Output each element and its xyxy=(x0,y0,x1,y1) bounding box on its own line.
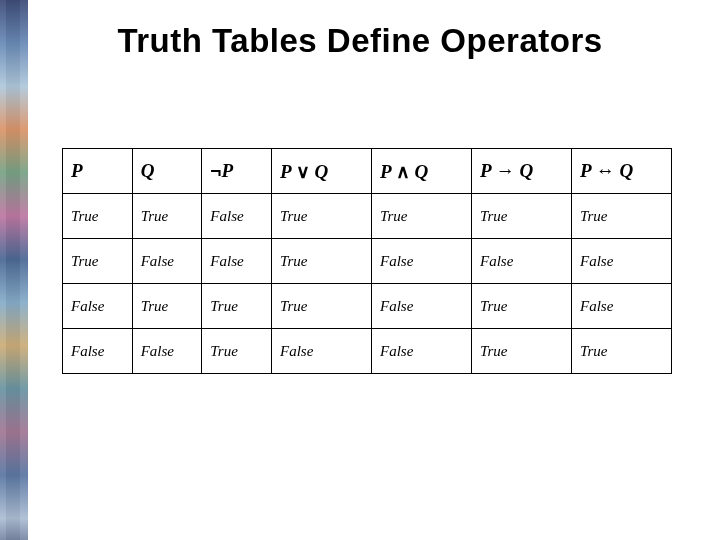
or-left: P xyxy=(280,161,296,182)
cell: True xyxy=(471,194,571,239)
decorative-left-strip xyxy=(0,0,28,540)
cell: True xyxy=(471,329,571,374)
imp-right: Q xyxy=(515,160,533,181)
cell: True xyxy=(571,194,671,239)
cell: True xyxy=(372,194,472,239)
cell: False xyxy=(272,329,372,374)
cell: True xyxy=(132,194,202,239)
header-row: P Q ¬P P ∨ Q P ∧ Q P → Q P ↔ Q xyxy=(63,149,672,194)
iff-symbol: ↔ xyxy=(596,160,615,181)
cell: True xyxy=(202,284,272,329)
cell: False xyxy=(372,284,472,329)
cell: False xyxy=(202,194,272,239)
and-symbol: ∧ xyxy=(396,161,410,182)
cell: False xyxy=(132,329,202,374)
col-header-and: P ∧ Q xyxy=(372,149,472,194)
or-right: Q xyxy=(310,161,328,182)
cell: False xyxy=(471,239,571,284)
cell: False xyxy=(372,329,472,374)
truth-table-container: P Q ¬P P ∨ Q P ∧ Q P → Q P ↔ Q True True… xyxy=(62,148,672,374)
cell: False xyxy=(571,284,671,329)
col-header-q: Q xyxy=(132,149,202,194)
cell: False xyxy=(63,329,133,374)
cell: True xyxy=(202,329,272,374)
and-right: Q xyxy=(410,161,428,182)
table-row: False True True True False True False xyxy=(63,284,672,329)
and-left: P xyxy=(380,161,396,182)
decorative-left-strip-inner xyxy=(6,0,20,540)
cell: True xyxy=(63,239,133,284)
cell: True xyxy=(272,239,372,284)
truth-table: P Q ¬P P ∨ Q P ∧ Q P → Q P ↔ Q True True… xyxy=(62,148,672,374)
imp-left: P xyxy=(480,160,496,181)
slide-title: Truth Tables Define Operators xyxy=(0,22,720,60)
table-row: False False True False False True True xyxy=(63,329,672,374)
cell: True xyxy=(272,194,372,239)
col-header-p: P xyxy=(63,149,133,194)
iff-right: Q xyxy=(615,160,633,181)
not-symbol: ¬ xyxy=(210,160,221,181)
cell: False xyxy=(571,239,671,284)
cell: False xyxy=(63,284,133,329)
col-header-or: P ∨ Q xyxy=(272,149,372,194)
cell: False xyxy=(132,239,202,284)
cell: True xyxy=(132,284,202,329)
cell: True xyxy=(471,284,571,329)
table-row: True True False True True True True xyxy=(63,194,672,239)
not-p-var: P xyxy=(221,160,233,181)
col-header-iff: P ↔ Q xyxy=(571,149,671,194)
col-header-not-p: ¬P xyxy=(202,149,272,194)
cell: False xyxy=(372,239,472,284)
col-header-implies: P → Q xyxy=(471,149,571,194)
or-symbol: ∨ xyxy=(296,161,310,182)
iff-left: P xyxy=(580,160,596,181)
cell: True xyxy=(571,329,671,374)
cell: True xyxy=(272,284,372,329)
implies-symbol: → xyxy=(496,160,515,181)
cell: True xyxy=(63,194,133,239)
cell: False xyxy=(202,239,272,284)
table-row: True False False True False False False xyxy=(63,239,672,284)
